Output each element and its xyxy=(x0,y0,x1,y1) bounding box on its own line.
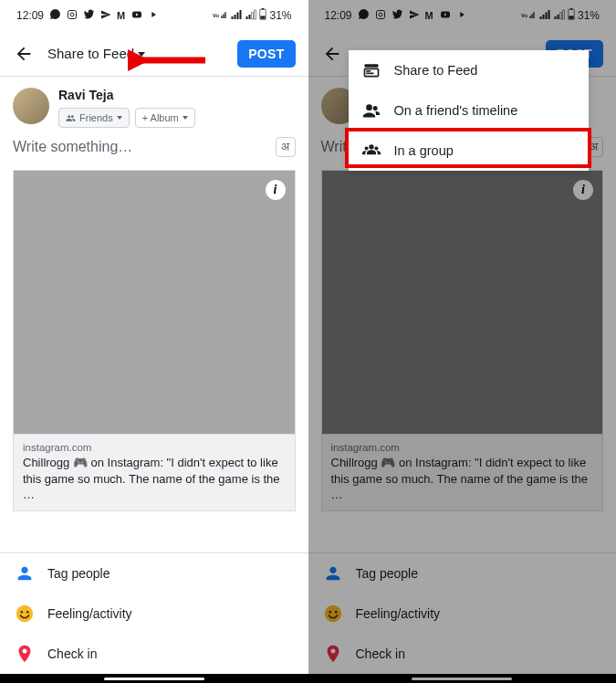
menu-share-to-feed[interactable]: Share to Feed xyxy=(349,50,590,90)
svg-point-1 xyxy=(70,13,74,16)
svg-point-9 xyxy=(21,611,24,614)
svg-rect-21 xyxy=(366,73,373,75)
group-icon xyxy=(361,142,381,160)
location-icon xyxy=(15,644,35,664)
album-chip[interactable]: + Album xyxy=(135,108,195,128)
friend-icon xyxy=(361,101,381,120)
svg-rect-0 xyxy=(68,10,77,18)
volte-icon: Vo xyxy=(213,9,227,23)
android-nav-bar xyxy=(0,674,308,683)
location-icon xyxy=(323,644,343,664)
phone-right: 12:09 M Vo 31% POST Share to Feed xyxy=(308,0,617,683)
back-button[interactable] xyxy=(13,43,35,65)
info-icon[interactable]: i xyxy=(573,180,593,200)
chevron-down-icon xyxy=(117,116,122,120)
battery-icon xyxy=(568,8,575,23)
status-battery: 31% xyxy=(578,9,600,22)
action-feeling[interactable]: Feeling/activity xyxy=(308,594,617,634)
share-destination-dropdown[interactable]: Share to Feed xyxy=(47,46,145,61)
status-time: 12:09 xyxy=(325,9,352,22)
svg-rect-16 xyxy=(570,8,573,9)
compose-placeholder: Write something… xyxy=(13,139,132,155)
menu-friends-timeline[interactable]: On a friend's timeline xyxy=(349,90,590,131)
svg-point-27 xyxy=(324,605,340,622)
battery-icon xyxy=(259,8,266,23)
gmail-icon: M xyxy=(425,10,433,21)
instagram-icon xyxy=(67,9,78,23)
play-icon xyxy=(457,9,466,22)
youtube-icon xyxy=(131,9,143,23)
signal2-icon xyxy=(553,9,565,23)
svg-rect-18 xyxy=(364,64,378,67)
gmail-icon: M xyxy=(117,10,125,21)
action-feeling[interactable]: Feeling/activity xyxy=(0,594,308,634)
svg-rect-5 xyxy=(262,8,265,9)
svg-rect-6 xyxy=(261,16,266,18)
svg-text:Vo: Vo xyxy=(213,12,220,17)
svg-point-23 xyxy=(372,106,377,110)
person-icon xyxy=(323,563,343,583)
link-preview-meta[interactable]: instagram.com Chillrogg 🎮 on Instagram: … xyxy=(321,435,604,511)
action-checkin[interactable]: Check in xyxy=(0,634,308,674)
svg-point-26 xyxy=(374,147,378,151)
svg-point-24 xyxy=(369,144,373,149)
bottom-actions: Tag people Feeling/activity Check in xyxy=(0,552,308,674)
smiley-icon xyxy=(15,604,35,624)
link-preview-meta[interactable]: instagram.com Chillrogg 🎮 on Instagram: … xyxy=(13,435,296,511)
status-bar: 12:09 M Vo xyxy=(0,0,308,31)
smiley-icon xyxy=(323,604,343,624)
svg-point-29 xyxy=(334,611,337,614)
user-name: Ravi Teja xyxy=(58,88,195,102)
send-icon xyxy=(409,9,420,23)
svg-rect-20 xyxy=(366,70,371,72)
chevron-down-icon xyxy=(138,52,145,57)
preview-title: Chillrogg 🎮 on Instagram: "I didn't expe… xyxy=(23,455,286,503)
twitter-icon xyxy=(392,8,403,23)
user-row: Ravi Teja Friends + Album xyxy=(0,77,308,137)
whatsapp-icon xyxy=(358,8,370,23)
status-bar: 12:09 M Vo 31% xyxy=(308,0,617,31)
android-nav-bar xyxy=(308,674,617,683)
status-time: 12:09 xyxy=(16,9,44,22)
svg-point-8 xyxy=(16,605,33,622)
preview-domain: instagram.com xyxy=(23,442,286,453)
chevron-down-icon xyxy=(183,116,188,120)
signal-icon xyxy=(230,9,242,23)
play-icon xyxy=(149,9,158,22)
audience-chip[interactable]: Friends xyxy=(58,108,130,128)
svg-rect-17 xyxy=(569,16,573,18)
back-button[interactable] xyxy=(321,43,343,65)
app-header: Share to Feed POST xyxy=(0,31,308,77)
action-tag-people[interactable]: Tag people xyxy=(308,553,617,594)
whatsapp-icon xyxy=(49,8,61,23)
svg-text:Vo: Vo xyxy=(521,12,528,17)
action-checkin[interactable]: Check in xyxy=(308,634,617,674)
link-preview-image[interactable]: i xyxy=(13,170,296,435)
volte-icon: Vo xyxy=(521,9,536,23)
svg-point-12 xyxy=(379,13,382,16)
post-button[interactable]: POST xyxy=(237,40,295,68)
info-icon[interactable]: i xyxy=(266,180,286,200)
link-preview-image[interactable]: i xyxy=(321,170,604,435)
action-tag-people[interactable]: Tag people xyxy=(0,553,308,594)
send-icon xyxy=(100,9,111,23)
youtube-icon xyxy=(439,9,452,23)
instagram-icon xyxy=(375,9,386,23)
svg-point-28 xyxy=(329,611,331,614)
compose-row[interactable]: Write something… अ xyxy=(0,137,308,163)
signal-icon xyxy=(538,9,550,23)
status-battery: 31% xyxy=(269,9,291,22)
svg-rect-11 xyxy=(376,10,384,18)
bottom-actions: Tag people Feeling/activity Check in xyxy=(308,552,617,674)
feed-icon xyxy=(361,61,381,79)
signal2-icon xyxy=(245,9,256,23)
phone-left: 12:09 M Vo xyxy=(0,0,308,683)
svg-point-10 xyxy=(26,611,29,614)
language-toggle[interactable]: अ xyxy=(276,137,296,157)
avatar[interactable] xyxy=(13,88,49,124)
share-destination-menu: Share to Feed On a friend's timeline In … xyxy=(349,50,590,171)
twitter-icon xyxy=(83,8,95,23)
svg-point-22 xyxy=(366,104,372,110)
svg-point-25 xyxy=(364,147,368,151)
menu-in-a-group[interactable]: In a group xyxy=(349,131,590,171)
